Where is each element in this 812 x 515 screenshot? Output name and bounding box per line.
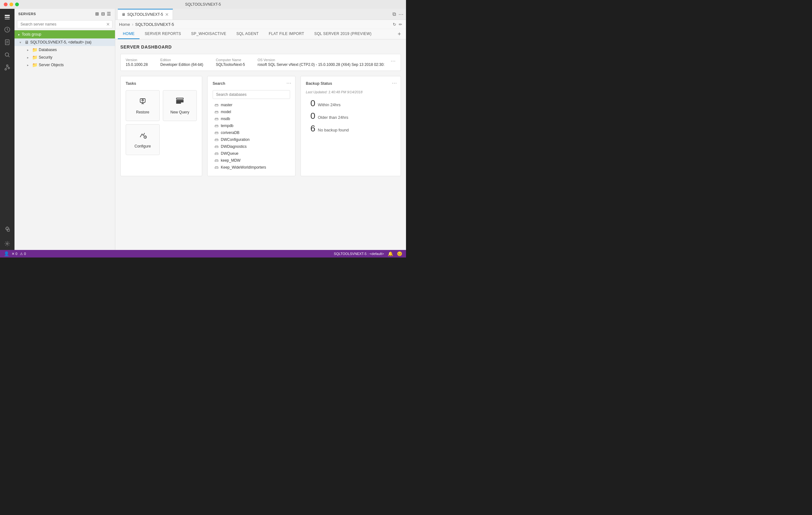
db-item-dwdiagnostics[interactable]: 🗃 DWDiagnostics [212,143,290,150]
tab-actions: ⧉ ⋯ [393,11,404,17]
tab-flat-file-import[interactable]: FLAT FILE IMPORT [264,29,309,39]
backup-stat-older-24: 0 Older than 24hrs [306,111,396,121]
server-objects-folder-icon: 📁 [32,62,37,67]
tree-item-security[interactable]: ▸ 📁 Security [25,54,115,61]
dashboard: SERVER DASHBOARD Version 15.0.1000.28 Ed… [115,39,406,250]
db-item-keep-mdw[interactable]: 🗃 keep_MDW [212,157,290,164]
tab-sql-server-preview[interactable]: SQL SERVER 2019 (PREVIEW) [309,29,377,39]
user-icon[interactable]: 👤 [4,251,9,256]
sidebar-header: SERVERS ⊞ ⊟ ☰ [14,9,115,19]
search-input[interactable] [17,20,112,28]
server-tab[interactable]: 🖥 SQLTOOLSVNEXT-5 ✕ [118,9,173,20]
maximize-button[interactable] [15,2,19,6]
db-icon-dwqueue: 🗃 [214,151,218,156]
db-item-model[interactable]: 🗃 model [212,108,290,115]
backup-subtitle: Last Updated: 1:40:48 PM 9/14/2018 [306,90,396,94]
refresh-icon[interactable]: ↻ [393,22,396,27]
db-label: model [221,110,231,114]
clear-search-icon[interactable]: ✕ [106,22,110,27]
task-grid: Restore New Query [126,90,197,155]
tree-item-server-objects[interactable]: ▸ 📁 Server Objects [25,61,115,69]
sidebar-item-extensions[interactable] [2,223,13,235]
tab-server-reports[interactable]: SERVER REPORTS [140,29,186,39]
activity-bar [0,9,14,250]
close-button[interactable] [4,2,7,6]
server-info-more-icon[interactable]: ⋯ [390,58,396,64]
tab-sql-agent[interactable]: SQL AGENT [231,29,264,39]
tree-item-server[interactable]: ▾ 🖥 SQLTOOLSVNEXT-5, <default> (sa) [14,38,115,46]
manage-icon[interactable]: ☰ [107,11,111,17]
backup-card: Backup Status ⋯ Last Updated: 1:40:48 PM… [300,76,401,176]
search-card-more-icon[interactable]: ⋯ [286,80,291,86]
backup-card-more-icon[interactable]: ⋯ [392,80,397,86]
restore-icon [138,97,147,107]
sidebar-item-explorer[interactable] [2,36,13,48]
close-tab-icon[interactable]: ✕ [165,12,169,17]
add-tab-button[interactable]: + [395,31,404,37]
db-item-msdb[interactable]: 🗃 msdb [212,115,290,122]
titlebar: SQLTOOLSVNEXT-5 [0,0,406,9]
status-bar: 👤 ✕ 0 ⚠ 0 SQLTOOLSVNEXT-5 : <default> 🔔 … [0,250,406,258]
server-search-box: ✕ [17,20,112,28]
new-query-icon [175,97,184,107]
version-value: 15.0.1000.28 [126,62,148,67]
db-icon-keep-mdw: 🗃 [214,158,218,163]
feedback-icon[interactable]: 😊 [397,251,402,256]
db-item-coriveradb[interactable]: 🗃 coriveraDB [212,129,290,136]
configure-button[interactable]: Configure [126,124,160,155]
db-item-dwconfiguration[interactable]: 🗃 DWConfiguration [212,136,290,143]
breadcrumb-separator: › [132,22,134,27]
search-card-title: Search [212,81,290,86]
settings-icon[interactable] [2,239,13,250]
server-expand-arrow: ▾ [20,40,23,44]
warning-count: ⚠ 0 [20,252,26,256]
notification-icon[interactable]: 🔔 [388,251,393,256]
svg-point-15 [7,243,8,245]
svg-rect-18 [176,102,183,102]
sidebar-item-history[interactable] [2,24,13,35]
sidebar-item-search[interactable] [2,49,13,60]
sidebar-item-servers[interactable] [2,11,13,23]
db-icon-master: 🗃 [214,103,218,107]
edit-icon[interactable]: ✏ [399,22,402,27]
computer-label: Computer Name [216,58,245,62]
tree-item-databases[interactable]: ▸ 📁 Databases [25,46,115,54]
database-search-input[interactable] [212,90,290,99]
tools-group[interactable]: ▸ Tools group [14,30,115,38]
cards-row: Tasks Restore [120,76,401,176]
svg-rect-17 [176,100,183,101]
tab-bar: 🖥 SQLTOOLSVNEXT-5 ✕ ⧉ ⋯ [115,9,406,20]
security-folder-icon: 📁 [32,55,37,60]
split-editor-icon[interactable]: ⧉ [393,11,396,17]
restore-button[interactable]: Restore [126,90,160,121]
breadcrumb-home[interactable]: Home [119,22,130,27]
new-query-button[interactable]: New Query [163,90,197,121]
window-title: SQLTOOLSVNEXT-5 [185,2,221,7]
more-tabs-icon[interactable]: ⋯ [399,11,404,17]
sidebar: SERVERS ⊞ ⊟ ☰ ✕ ▸ Tools group ▾ 🖥 SQLTOO… [14,9,115,250]
sidebar-item-git[interactable] [2,62,13,73]
tools-group-label: Tools group [22,32,41,36]
tab-home[interactable]: HOME [118,29,140,39]
db-label: DWConfiguration [221,137,250,142]
add-server-icon[interactable]: ⊟ [101,11,105,17]
db-item-tempdb[interactable]: 🗃 tempdb [212,122,290,129]
db-icon-dwdiagnostics: 🗃 [214,144,218,149]
edition-value: Developer Edition (64-bit) [160,62,203,67]
svg-rect-19 [176,103,181,103]
db-label: msdb [221,117,230,121]
db-item-keep-wideworldimporters[interactable]: 🗃 Keep_WideWorldImporters [212,164,290,171]
sidebar-header-icons[interactable]: ⊞ ⊟ ☰ [95,11,111,17]
db-item-dwqueue[interactable]: 🗃 DWQueue [212,150,290,157]
db-item-master[interactable]: 🗃 master [212,102,290,108]
status-left: 👤 ✕ 0 ⚠ 0 [4,251,26,256]
window-controls[interactable] [4,2,19,6]
minimize-button[interactable] [9,2,13,6]
server-objects-expand-arrow: ▸ [27,63,31,67]
svg-line-13 [6,66,7,69]
server-info-grid: Version 15.0.1000.28 Edition Developer E… [126,58,384,67]
new-connection-icon[interactable]: ⊞ [95,11,99,17]
db-label: Keep_WideWorldImporters [221,165,266,169]
tab-sp-whoisactive[interactable]: SP_WHOISACTIVE [186,29,232,39]
databases-folder-icon: 📁 [32,47,37,52]
